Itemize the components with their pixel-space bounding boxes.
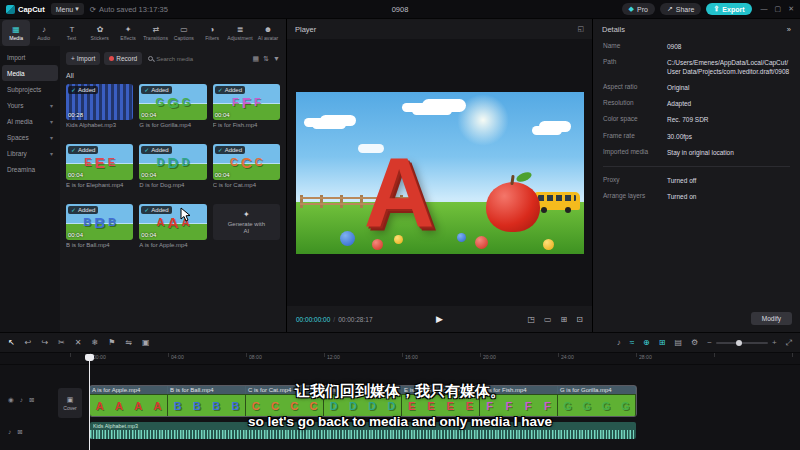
tab-ai-avatar[interactable]: ☻AI avatar [254,20,282,46]
sort-icon[interactable]: ⇅ [263,55,269,62]
zoom-knob[interactable] [736,340,742,346]
hide-track-icon[interactable]: ◉ [8,396,14,404]
tab-audio[interactable]: ♪Audio [30,20,58,46]
crop-icon[interactable]: ▣ [142,339,150,347]
play-button[interactable]: ▶ [436,314,443,324]
mute-video-track-icon[interactable]: ♪ [20,396,23,404]
media-item-g-gorilla[interactable]: ✓Added GGG 00:04 G is for Gorilla.mp4 [139,84,206,136]
ball [543,239,554,250]
sidebar-item-ai-media[interactable]: AI media▾ [2,113,58,129]
magnetic-icon[interactable]: ≈ [630,339,634,347]
collapse-panel-icon[interactable]: » [787,25,791,34]
search-input[interactable] [156,56,246,62]
zoom-in-icon[interactable]: + [772,339,777,347]
tab-transitions[interactable]: ⇄Transitions [142,20,170,46]
sidebar-item-import[interactable]: Import [2,49,58,65]
tab-captions[interactable]: ▭Captions [170,20,198,46]
media-item-e-elephant[interactable]: ✓Added EEE 00:04 E is for Elephant.mp4 [66,144,133,196]
clip-f-fish[interactable]: F is for Fish.mp4 FFFF [480,386,558,416]
sidebar-item-subprojects[interactable]: Subprojects [2,81,58,97]
maximize-button[interactable]: ▢ [775,5,782,13]
split-icon[interactable]: ✂ [58,339,65,347]
track-height-icon[interactable]: ▤ [675,339,683,347]
freeze-frame-icon[interactable]: ❄ [92,339,99,347]
ratio-icon[interactable]: ▭ [544,315,552,324]
timeline-settings-icon[interactable]: ⚙ [691,339,698,347]
sidebar-item-media[interactable]: Media [2,65,58,81]
import-button[interactable]: +Import [66,52,100,65]
export-button[interactable]: ⇪ Export [706,3,751,15]
cover-button[interactable]: ▣ Cover [58,388,82,418]
modify-button[interactable]: Modify [751,312,792,325]
current-time: 00:00:00:00 [296,316,330,323]
marker-icon[interactable]: ⚑ [108,339,115,347]
duration-label: 00:04 [68,172,83,178]
clip-d-dog[interactable]: D is for Dog.mp4 DDDD [324,386,402,416]
playhead-handle[interactable] [85,354,94,361]
preview-quality-icon[interactable]: ◳ [527,315,535,324]
tab-text[interactable]: TText [58,20,86,46]
clip-b-ball[interactable]: B is for Ball.mp4 BBBB [168,386,246,416]
media-item-c-cat[interactable]: ✓Added CCC 00:04 C is for Cat.mp4 [213,144,280,196]
media-item-d-dog[interactable]: ✓Added DDD 00:04 D is for Dog.mp4 [139,144,206,196]
pro-button[interactable]: ◆ Pro [622,3,655,15]
minimize-button[interactable]: — [761,5,768,13]
tab-adjustment[interactable]: ≣Adjustment [226,20,254,46]
close-button[interactable]: ✕ [788,5,794,13]
redo-icon[interactable]: ↪ [41,339,48,347]
clip-e-elephant[interactable]: E is for Elephant.mp4 EEEE [402,386,480,416]
share-button[interactable]: ↗ Share [660,3,702,15]
fit-icon[interactable]: ⊞ [561,315,568,324]
media-item-f-fish[interactable]: ✓Added FFF 00:04 F is for Fish.mp4 [213,84,280,136]
filter-icon[interactable]: ▼ [273,55,280,62]
record-button[interactable]: Record [104,52,142,65]
timeline-ruler[interactable]: 00:00 04:00 08:00 12:00 16:00 20:00 24:0… [0,353,800,365]
timeline-zoom-slider[interactable] [716,342,768,344]
zoom-out-icon[interactable]: − [707,339,712,347]
sidebar-item-dreamina[interactable]: Dreamina [2,161,58,177]
detail-row-aspect-ratio: Aspect ratioOriginal [603,83,790,92]
grid-view-icon[interactable]: ▦ [253,55,260,62]
detach-player-icon[interactable]: ◱ [577,25,584,33]
lock-track-icon[interactable]: ⊠ [29,396,34,404]
clip-g-gorilla[interactable]: G is for Gorilla.mp4 GGGG [558,386,636,416]
duration-label: 00:04 [141,232,156,238]
media-item-kids-alphabet[interactable]: ✓Added 00:28 Kids Alphabet.mp3 [66,84,133,136]
video-preview[interactable]: A [296,92,584,254]
media-grid: ✓Added 00:28 Kids Alphabet.mp3 ✓Added GG… [66,84,280,256]
video-thumbnail: ✓Added EEE 00:04 [66,144,133,180]
media-name: A is for Apple.mp4 [139,242,206,256]
undo-icon[interactable]: ↩ [25,339,32,347]
linkage-icon[interactable]: ⊕ [643,339,650,347]
media-item-b-ball[interactable]: ✓Added BBB 00:04 B is for Ball.mp4 [66,204,133,256]
playhead[interactable] [89,354,90,450]
mute-audio-track-icon[interactable]: ♪ [8,428,11,436]
big-letter-a: A [364,147,435,237]
sidebar-item-spaces[interactable]: Spaces▾ [2,129,58,145]
clip-c-cat[interactable]: C is for Cat.mp4 CCCC [246,386,324,416]
tab-filters[interactable]: ◑Filters [198,20,226,46]
tab-effects[interactable]: ✦Effects [114,20,142,46]
timeline-tracks: ◉ ♪ ⊠ ▣ Cover A is for Apple.mp4 AAAA B … [0,366,800,450]
mirror-icon[interactable]: ⇋ [125,339,132,347]
auto-snap-icon[interactable]: ⊞ [659,339,666,347]
media-icon: ▦ [12,26,20,34]
delete-icon[interactable]: ✕ [75,339,82,347]
select-tool-icon[interactable]: ↖ [8,339,15,347]
stickers-icon: ✿ [97,26,104,34]
fit-timeline-icon[interactable]: ⤢ [786,339,792,347]
generate-ai-card[interactable]: ✦ Generate with AI [213,204,280,256]
sidebar-item-library[interactable]: Library▾ [2,145,58,161]
audio-clip[interactable]: Kids Alphabet.mp3 [90,422,636,439]
export-icon: ⇪ [713,5,719,13]
lock-audio-track-icon[interactable]: ⊠ [17,428,22,436]
fullscreen-icon[interactable]: ⊡ [576,315,583,324]
tab-stickers[interactable]: ✿Stickers [86,20,114,46]
clip-a-apple[interactable]: A is for Apple.mp4 AAAA [90,386,168,416]
tab-media[interactable]: ▦Media [2,20,30,46]
media-search[interactable] [146,56,248,62]
menu-button[interactable]: Menu ▾ [51,3,84,15]
mute-track-icon[interactable]: ♪ [617,339,621,347]
sidebar-item-yours[interactable]: Yours▾ [2,97,58,113]
media-item-a-apple[interactable]: ✓Added AAA 00:04 A is for Apple.mp4 [139,204,206,256]
